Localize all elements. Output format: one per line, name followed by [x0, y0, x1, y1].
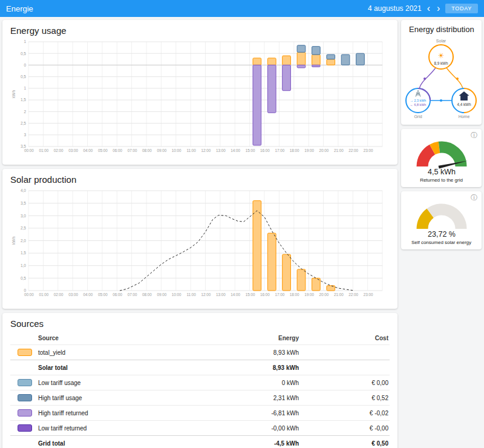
sources-table-body: total_yield8,93 kWhSolar total8,93 kWhLo…: [10, 344, 390, 448]
grid-return-bar-16:00[interactable]: [267, 65, 276, 113]
svg-text:05:00: 05:00: [98, 292, 108, 297]
svg-text:03:00: 03:00: [68, 148, 78, 153]
sources-row: Low tariff returned-0,00 kWh€ -0,00: [10, 420, 390, 435]
svg-text:21:00: 21:00: [334, 148, 344, 153]
grid-consumption-bar-22:00[interactable]: [356, 53, 365, 65]
solar-production-bar-18:00[interactable]: [297, 269, 306, 291]
svg-text:0,5: 0,5: [21, 51, 26, 56]
svg-text:23:00: 23:00: [364, 292, 373, 297]
svg-text:14:00: 14:00: [231, 292, 240, 297]
gauge-value: 23,72 %: [428, 230, 456, 239]
energy-distribution-title: Energy distribution: [404, 25, 479, 34]
svg-text:17:00: 17:00: [275, 148, 284, 153]
solar-consumption-bar-15:00[interactable]: [253, 58, 261, 65]
source-label: High tariff returned: [38, 410, 232, 417]
source-label: High tariff usage: [38, 395, 232, 401]
svg-text:16:00: 16:00: [260, 148, 270, 153]
svg-text:04:00: 04:00: [83, 292, 93, 297]
self-consumed-gauge: 23,72 %: [406, 196, 477, 239]
svg-text:13:00: 13:00: [216, 292, 226, 297]
sources-title: Sources: [10, 318, 390, 329]
svg-text:01:00: 01:00: [39, 292, 48, 297]
solar-to-home-flow: [446, 68, 463, 88]
source-cost: € 0,50: [299, 440, 390, 447]
solar-consumption-bar-18:00[interactable]: [297, 52, 306, 65]
svg-text:15:00: 15:00: [246, 148, 255, 153]
solar-production-bar-16:00[interactable]: [267, 233, 276, 291]
source-label: Low tariff returned: [38, 425, 232, 432]
gauge-segment: [439, 147, 461, 166]
svg-text:1: 1: [24, 86, 26, 90]
today-button[interactable]: TODAY: [445, 4, 478, 13]
home-node-label: Home: [459, 114, 470, 119]
grid-consumption-bar-21:00[interactable]: [341, 54, 350, 65]
svg-text:1,5: 1,5: [21, 97, 26, 102]
grid-consumption-bar-19:00[interactable]: [312, 47, 321, 55]
gauge-segment: [422, 213, 430, 229]
svg-text:1,0: 1,0: [21, 263, 26, 268]
solar-production-chart[interactable]: 4,03,53,02,52,01,51,00,5000:0001:0002:00…: [10, 187, 390, 303]
solar-production-bar-15:00[interactable]: [253, 201, 261, 291]
solar-consumption-bar-19:00[interactable]: [312, 54, 321, 65]
solar-production-title: Solar production: [10, 174, 390, 185]
sources-card: Sources Source Energy Cost total_yield8,…: [2, 313, 397, 448]
source-energy: -6,81 kWh: [232, 410, 299, 417]
svg-text:4,0: 4,0: [21, 188, 26, 193]
svg-text:13:00: 13:00: [216, 148, 226, 153]
source-label: Solar total: [38, 364, 232, 371]
svg-text:kWh: kWh: [11, 90, 16, 98]
source-color-swatch: [18, 349, 32, 356]
grid-return-bar-19:00[interactable]: [312, 65, 321, 67]
grid-consumption-bar-18:00[interactable]: [297, 45, 306, 53]
svg-text:02:00: 02:00: [54, 148, 64, 153]
svg-text:2,5: 2,5: [21, 226, 26, 230]
solar-consumption-bar-20:00[interactable]: [327, 59, 335, 65]
svg-text:0: 0: [24, 63, 26, 67]
previous-day-button[interactable]: ‹: [426, 4, 431, 13]
solar-production-bar-17:00[interactable]: [283, 254, 291, 291]
info-icon[interactable]: ⓘ: [471, 132, 477, 139]
svg-text:14:00: 14:00: [231, 148, 240, 153]
next-day-button[interactable]: ›: [436, 4, 441, 13]
svg-text:15:00: 15:00: [246, 292, 255, 297]
svg-text:kWh: kWh: [11, 237, 16, 245]
sources-table-header: Source Energy Cost: [10, 331, 390, 344]
svg-text:02:00: 02:00: [54, 292, 64, 297]
source-energy: 8,93 kWh: [232, 364, 299, 371]
source-energy: 2,31 kWh: [232, 395, 299, 401]
svg-text:06:00: 06:00: [113, 148, 122, 153]
solar-consumption-bar-17:00[interactable]: [283, 56, 291, 65]
return-flow-dot: [424, 77, 426, 80]
svg-text:03:00: 03:00: [68, 292, 78, 297]
svg-text:18:00: 18:00: [290, 148, 299, 153]
grid-return-bar-17:00[interactable]: [283, 65, 291, 90]
grid-consumed-value: → 2,3 kWh: [410, 99, 427, 102]
gauge-value: 4,5 kWh: [428, 168, 456, 176]
solar-consumption-bar-16:00[interactable]: [267, 58, 276, 65]
page-title: Energie: [6, 4, 33, 13]
svg-text:00:00: 00:00: [24, 292, 34, 297]
svg-text:19:00: 19:00: [304, 292, 314, 297]
grid-return-bar-15:00[interactable]: [253, 65, 261, 145]
svg-text:00:00: 00:00: [24, 148, 34, 153]
svg-text:09:00: 09:00: [157, 292, 166, 297]
gauge-label: Self consumed solar energy: [406, 240, 477, 245]
svg-text:08:00: 08:00: [142, 148, 152, 153]
source-color-swatch: [18, 424, 32, 432]
svg-text:3: 3: [24, 133, 26, 137]
grid-node-label: Grid: [414, 114, 422, 119]
sun-icon: ☀: [438, 51, 445, 60]
grid-return-bar-18:00[interactable]: [297, 65, 306, 68]
solar-production-card: Solar production 4,03,53,02,52,01,51,00,…: [2, 169, 397, 309]
solar-production-bar-20:00[interactable]: [327, 286, 335, 291]
source-cost: € -0,02: [299, 410, 390, 417]
gauge-segment: [430, 209, 461, 229]
sources-row: Low tariff usage0 kWh€ 0,00: [10, 375, 390, 390]
grid-consumption-bar-20:00[interactable]: [327, 54, 335, 59]
source-energy: 0 kWh: [232, 380, 299, 386]
info-icon[interactable]: ⓘ: [471, 194, 477, 201]
solar-node-value: 8,9 kWh: [434, 61, 448, 65]
svg-text:21:00: 21:00: [334, 292, 344, 297]
energy-usage-chart[interactable]: 10,500,511,522,533,500:0001:0002:0003:00…: [10, 38, 390, 159]
source-color-swatch: [18, 379, 32, 386]
